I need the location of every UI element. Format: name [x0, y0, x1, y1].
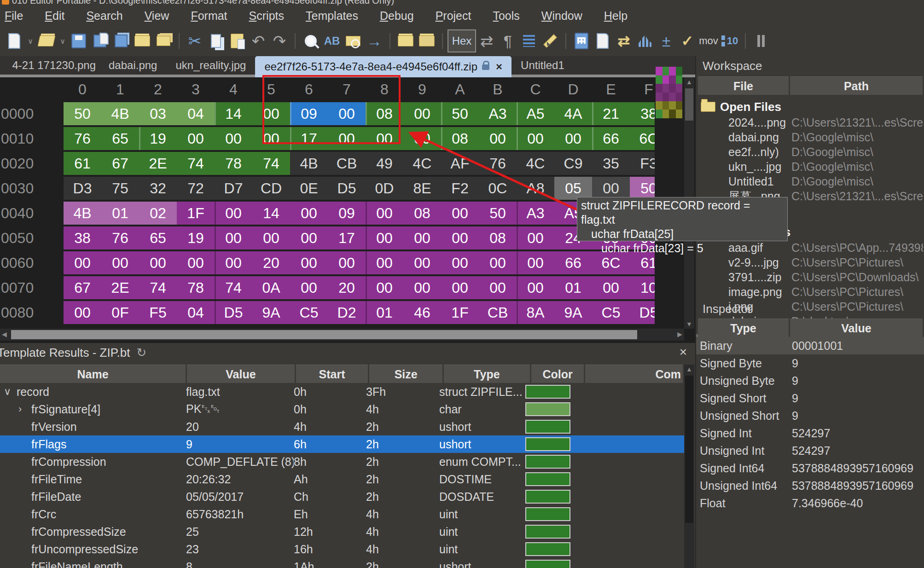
hex-byte-cell[interactable]: 74 — [139, 276, 177, 299]
base-converter-icon[interactable]: 10 — [719, 30, 740, 52]
hex-byte-cell[interactable]: 00 — [101, 251, 139, 274]
hex-byte-cell[interactable]: AF — [441, 152, 479, 175]
pilcrow-icon[interactable]: ¶ — [497, 30, 518, 52]
cut-icon[interactable]: ✂ — [184, 30, 205, 52]
hex-byte-cell[interactable]: 00 — [177, 127, 215, 150]
workspace-file-row[interactable]: ukn_....jpg D:\Google\misc\ — [696, 159, 924, 174]
hex-byte-cell[interactable]: 46 — [403, 301, 441, 324]
hex-byte-cell[interactable]: 00 — [592, 177, 630, 200]
hex-byte-cell[interactable]: 4C — [403, 152, 441, 175]
template-result-row[interactable]: frFileTime 20:26:32 Ah 2h DOSTIME — [0, 470, 684, 488]
template-results-scrollbar[interactable]: ▲ — [684, 365, 694, 568]
hex-byte-cell[interactable]: 00 — [252, 226, 290, 249]
menu-item[interactable]: File — [5, 9, 23, 23]
goto-icon[interactable]: → — [364, 30, 385, 52]
template-result-row[interactable]: frFileDate 05/05/2017 Ch 2h DOSDATE — [0, 488, 684, 505]
hex-byte-cell[interactable]: 14 — [215, 102, 252, 125]
column-header[interactable]: Type — [444, 365, 530, 383]
folder-stack-icon[interactable] — [153, 30, 174, 52]
paste-icon[interactable] — [227, 30, 248, 52]
scrollbar-thumb[interactable] — [685, 376, 693, 523]
template-result-row[interactable]: frVersion 20 4h 2h ushort — [0, 418, 684, 435]
hex-horizontal-scrollbar[interactable]: ◀ ▶ — [0, 329, 684, 341]
hex-byte-cell[interactable]: C5 — [592, 301, 630, 324]
workspace-section-header[interactable]: Open Files — [696, 99, 924, 115]
hex-byte-cell[interactable]: 00 — [252, 127, 290, 150]
hex-byte-cell[interactable]: 01 — [554, 276, 592, 299]
hex-byte-cell[interactable]: 8A — [517, 301, 554, 324]
hex-byte-cell[interactable]: 00 — [403, 102, 441, 125]
histogram-icon[interactable] — [634, 30, 656, 52]
menu-item[interactable]: Format — [191, 9, 227, 23]
inspector-row[interactable]: Unsigned Short 9 — [696, 407, 924, 424]
hex-byte-cell[interactable]: 66 — [592, 127, 630, 150]
hex-byte-cell[interactable]: 74 — [252, 152, 290, 175]
hex-byte-cell[interactable]: 00 — [366, 127, 403, 150]
hex-byte-cell[interactable]: 9A — [252, 301, 290, 324]
hex-byte-cell[interactable]: 0E — [290, 177, 328, 200]
hex-byte-cell[interactable]: 50 — [441, 102, 479, 125]
hex-byte-cell[interactable]: 75 — [101, 177, 139, 200]
hex-byte-cell[interactable]: 4B — [290, 152, 328, 175]
hex-byte-cell[interactable]: 4B — [101, 102, 139, 125]
expander-icon[interactable]: › — [18, 403, 31, 415]
hex-byte-cell[interactable]: 00 — [215, 202, 252, 225]
inspector-row[interactable]: Binary 00001001 — [696, 337, 924, 354]
file-tab[interactable]: dabai.png — [99, 56, 166, 75]
hex-byte-cell[interactable]: 1F — [177, 202, 215, 225]
redo-icon[interactable]: ↷ — [269, 30, 290, 52]
folder-icon[interactable] — [132, 30, 153, 52]
hex-byte-cell[interactable]: 65 — [101, 127, 139, 150]
column-header[interactable]: Com — [585, 365, 683, 383]
hex-byte-cell[interactable]: 00 — [290, 251, 328, 274]
hex-byte-cell[interactable]: 38 — [630, 102, 655, 125]
hex-byte-cell[interactable]: CD — [252, 177, 290, 200]
hex-byte-cell[interactable]: 00 — [592, 276, 630, 299]
refresh-icon[interactable]: ↻ — [137, 346, 147, 359]
hex-byte-cell[interactable]: 00 — [441, 226, 479, 249]
file-tab[interactable]: ee2f7f26-5173-4e7a-8ea4-e4945e6f04ff.zip… — [255, 56, 511, 77]
hex-byte-cell[interactable]: 00 — [479, 276, 517, 299]
hex-byte-cell[interactable]: 00 — [328, 251, 366, 274]
hex-byte-cell[interactable]: 08 — [366, 102, 403, 125]
column-header-value[interactable]: Value — [790, 319, 923, 337]
new-file-icon[interactable] — [4, 30, 25, 52]
hex-byte-cell[interactable]: 6C — [630, 127, 655, 150]
hex-byte-cell[interactable]: 00 — [290, 226, 328, 249]
hex-byte-cell[interactable]: 19 — [139, 127, 177, 150]
hex-byte-cell[interactable]: 00 — [403, 276, 441, 299]
close-tab-icon[interactable]: × — [496, 60, 502, 73]
hex-byte-cell[interactable]: 67 — [64, 276, 101, 299]
file-tab[interactable]: 4-21 171230.png — [0, 56, 99, 75]
hex-byte-cell[interactable]: 00 — [252, 102, 290, 125]
hex-byte-cell[interactable]: 74 — [215, 276, 252, 299]
menu-item[interactable]: Debug — [380, 9, 414, 23]
hex-byte-cell[interactable]: 00 — [64, 251, 101, 274]
template-result-row[interactable]: frFlags 9 6h 2h ushort — [0, 435, 684, 453]
hex-byte-cell[interactable]: 04 — [177, 102, 215, 125]
hex-byte-cell[interactable]: 00 — [403, 127, 441, 150]
hex-byte-cell[interactable]: 00 — [366, 226, 403, 249]
hex-byte-cell[interactable]: 02 — [139, 202, 177, 225]
find-icon[interactable] — [300, 30, 321, 52]
hex-byte-cell[interactable]: 0A — [252, 276, 290, 299]
column-header-file[interactable]: File — [698, 76, 789, 95]
hex-byte-cell[interactable]: 05 — [554, 177, 592, 200]
hex-byte-cell[interactable]: C5 — [290, 301, 328, 324]
menu-item[interactable]: Scripts — [249, 9, 284, 23]
open-file-icon[interactable] — [36, 30, 57, 52]
hex-byte-cell[interactable]: 17 — [290, 127, 328, 150]
new-file-dropdown[interactable]: ∨ — [25, 30, 36, 52]
hex-byte-cell[interactable]: 00 — [328, 102, 366, 125]
hex-byte-cell[interactable]: 65 — [139, 226, 177, 249]
hex-byte-cell[interactable]: 04 — [177, 301, 215, 324]
checksum-icon[interactable]: ✓ — [677, 30, 698, 52]
column-header[interactable]: Value — [187, 365, 295, 383]
pause-icon[interactable] — [750, 30, 772, 52]
workspace-file-row[interactable]: dabai.png D:\Google\misc\ — [696, 130, 924, 145]
hex-byte-cell[interactable]: 10 — [630, 276, 655, 299]
calculator-icon[interactable] — [571, 30, 592, 52]
menu-item[interactable]: Edit — [45, 9, 64, 23]
scroll-right-icon[interactable]: ▶ — [677, 330, 682, 338]
hex-byte-cell[interactable]: D2 — [328, 301, 366, 324]
